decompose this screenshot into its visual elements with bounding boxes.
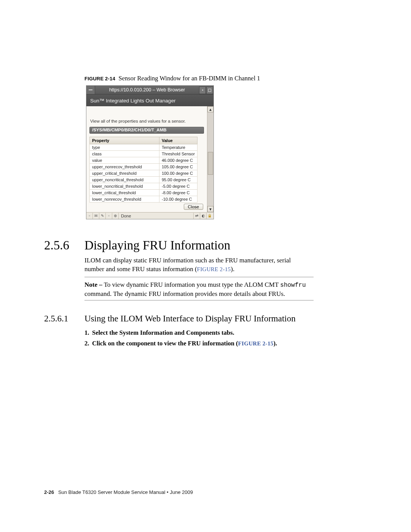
hint-text: View all of the properties and values fo… xyxy=(90,119,186,123)
horizontal-rule xyxy=(84,277,314,277)
content-area: View all of the properties and values fo… xyxy=(86,106,207,212)
section-heading: 2.5.6Displaying FRU Information xyxy=(44,238,230,252)
window-titlebar: https://10.0.010.200 – Web Browser xyxy=(86,86,213,94)
note-icon: ▫ xyxy=(106,213,112,219)
scroll-up-button[interactable]: ▲ xyxy=(207,106,213,112)
subsection-title: Using the ILOM Web Interface to Display … xyxy=(84,314,296,323)
table-row: lower_critical_threshold-8.00 degree C xyxy=(90,190,198,196)
table-row: value46.000 degree C xyxy=(90,157,198,164)
table-row: lower_noncritical_threshold-5.00 degree … xyxy=(90,183,198,190)
mail-icon: ✉ xyxy=(93,213,99,219)
status-text: Done xyxy=(119,214,193,218)
sensor-reading-window: https://10.0.010.200 – Web Browser Sun™ … xyxy=(86,85,214,219)
app-banner-text: Sun™ Integrated Lights Out Manager xyxy=(90,98,175,104)
sensor-path-bar: /SYS/MB/CMP0/BR2/CH1/D0/T_AMB xyxy=(89,127,204,134)
proxy-icon: ⇄ xyxy=(193,213,200,219)
numbered-steps: 1. Select the System Information and Com… xyxy=(84,329,314,350)
table-row: lower_nonrecov_threshold-10.00 degree C xyxy=(90,196,198,203)
footer-text: Sun Blade T6320 Server Module Service Ma… xyxy=(58,489,193,495)
close-button[interactable]: Close xyxy=(184,204,203,210)
section-paragraph: ILOM can display static FRU information … xyxy=(84,256,312,274)
status-icon: ▫ xyxy=(86,213,93,219)
step-1: 1. Select the System Information and Com… xyxy=(84,329,314,337)
subsection-number: 2.5.6.1 xyxy=(44,314,84,324)
figure-2-15-link[interactable]: FIGURE 2-15 xyxy=(238,340,274,347)
table-row: upper_critical_threshold100.00 degree C xyxy=(90,170,198,177)
page-footer: 2-26 Sun Blade T6320 Server Module Servi… xyxy=(44,489,193,495)
status-bar: ▫ ✉ ✎ ▫ ⊕ Done ⇄ ◐ xyxy=(86,212,213,219)
table-row: typeTemperature xyxy=(90,144,198,151)
shield-icon: ◐ xyxy=(200,213,206,219)
note-paragraph: Note – To view dynamic FRU information y… xyxy=(84,281,314,299)
sensor-properties-table: Property Value typeTemperature classThre… xyxy=(89,137,198,203)
section-title: Displaying FRU Information xyxy=(84,238,230,252)
lock-icon xyxy=(206,213,213,219)
note-label: Note – xyxy=(84,281,102,288)
col-header-property: Property xyxy=(90,137,159,144)
step-2: 2. Click on the component to view the FR… xyxy=(84,340,314,347)
scroll-down-button[interactable]: ▼ xyxy=(207,206,213,212)
page-number: 2-26 xyxy=(44,489,54,495)
vertical-scrollbar[interactable]: ▲ ▼ xyxy=(207,106,213,212)
globe-icon: ⊕ xyxy=(112,213,119,219)
svg-rect-0 xyxy=(209,216,211,217)
edit-icon: ✎ xyxy=(99,213,106,219)
figure-caption-text: Sensor Reading Window for an FB-DIMM in … xyxy=(117,75,260,82)
horizontal-rule xyxy=(84,300,314,300)
table-row: upper_noncritical_threshold95.00 degree … xyxy=(90,177,198,183)
col-header-value: Value xyxy=(159,137,198,144)
app-banner: Sun™ Integrated Lights Out Manager xyxy=(86,94,213,107)
table-row: upper_nonrecov_threshold105.00 degree C xyxy=(90,164,198,170)
scroll-thumb[interactable] xyxy=(208,152,213,175)
figure-caption: FIGURE 2-14 Sensor Reading Window for an… xyxy=(84,75,260,82)
command-code: showfru xyxy=(280,282,306,289)
window-title: https://10.0.010.200 – Web Browser xyxy=(95,87,199,93)
section-number: 2.5.6 xyxy=(44,238,84,252)
maximize-button[interactable] xyxy=(206,86,213,94)
minimize-button[interactable] xyxy=(199,86,206,94)
table-row: classThreshold Sensor xyxy=(90,151,198,157)
subsection-heading: 2.5.6.1Using the ILOM Web Interface to D… xyxy=(44,314,296,324)
window-menu-button[interactable] xyxy=(86,86,95,94)
figure-label: FIGURE 2-14 xyxy=(84,76,115,81)
figure-2-15-link[interactable]: FIGURE 2-15 xyxy=(197,266,231,272)
